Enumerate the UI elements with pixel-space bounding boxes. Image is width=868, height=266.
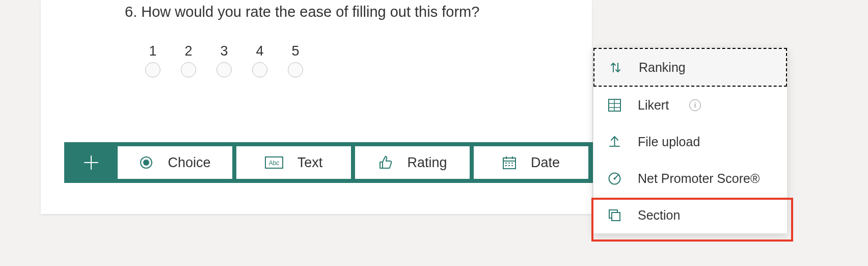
rating-scale: 1 2 3 4 5 (145, 43, 303, 77)
svg-text:Abc: Abc (268, 159, 279, 167)
rating-type-button[interactable]: Rating (355, 146, 470, 179)
svg-point-1 (143, 159, 149, 166)
choice-type-label: Choice (168, 155, 210, 171)
date-type-button[interactable]: Date (474, 146, 588, 179)
svg-rect-9 (508, 163, 510, 164)
rating-radio[interactable] (252, 62, 267, 77)
menu-item-file-upload[interactable]: File upload (593, 123, 787, 160)
gauge-icon (608, 172, 621, 185)
menu-item-label: Likert (638, 98, 669, 113)
rating-radio[interactable] (216, 62, 232, 77)
add-question-button[interactable] (64, 142, 118, 183)
rating-radio[interactable] (288, 62, 303, 77)
text-icon: Abc (265, 156, 283, 169)
likert-icon (608, 98, 621, 112)
upload-icon (608, 135, 621, 149)
rating-label: 4 (256, 43, 263, 59)
section-icon (608, 208, 621, 222)
thumbs-up-icon (377, 155, 393, 170)
svg-rect-11 (505, 165, 507, 166)
menu-item-likert[interactable]: Likert i (593, 87, 787, 123)
rating-radio[interactable] (145, 62, 160, 77)
rating-item[interactable]: 3 (216, 43, 232, 77)
more-question-types-menu: Ranking Likert i File upload Net Promote… (593, 48, 787, 233)
menu-item-label: Section (638, 208, 680, 223)
menu-item-section[interactable]: Section (593, 197, 787, 233)
rating-label: 3 (220, 43, 228, 59)
rating-item[interactable]: 1 (145, 43, 160, 77)
question-body: How would you rate the ease of filling o… (141, 4, 479, 20)
question-text: 6. How would you rate the ease of fillin… (125, 4, 479, 20)
svg-rect-21 (612, 212, 620, 221)
plus-icon (84, 155, 99, 170)
rating-item[interactable]: 2 (181, 43, 196, 77)
ranking-icon (609, 61, 622, 74)
rating-label: 5 (291, 43, 299, 59)
svg-rect-12 (508, 165, 510, 166)
question-number: 6. (125, 4, 137, 20)
svg-rect-10 (511, 163, 513, 164)
text-type-button[interactable]: Abc Text (236, 146, 351, 179)
rating-type-label: Rating (407, 155, 447, 171)
radio-icon (139, 155, 153, 170)
svg-point-19 (614, 177, 616, 179)
calendar-icon (502, 155, 517, 170)
menu-item-label: Ranking (639, 60, 686, 75)
question-type-toolbar: Choice Abc Text Rating Date (64, 142, 593, 183)
rating-item[interactable]: 4 (252, 43, 267, 77)
menu-item-label: File upload (638, 135, 700, 149)
date-type-label: Date (531, 155, 560, 171)
svg-rect-13 (511, 165, 513, 166)
choice-type-button[interactable]: Choice (118, 146, 232, 179)
rating-radio[interactable] (181, 62, 196, 77)
menu-item-ranking[interactable]: Ranking (593, 48, 787, 87)
rating-item[interactable]: 5 (288, 43, 303, 77)
info-icon[interactable]: i (689, 99, 701, 111)
menu-item-nps[interactable]: Net Promoter Score® (593, 160, 787, 197)
text-type-label: Text (297, 155, 323, 171)
rating-label: 1 (149, 43, 156, 59)
menu-item-label: Net Promoter Score® (638, 171, 760, 186)
rating-label: 2 (184, 43, 192, 59)
svg-rect-8 (505, 163, 507, 164)
